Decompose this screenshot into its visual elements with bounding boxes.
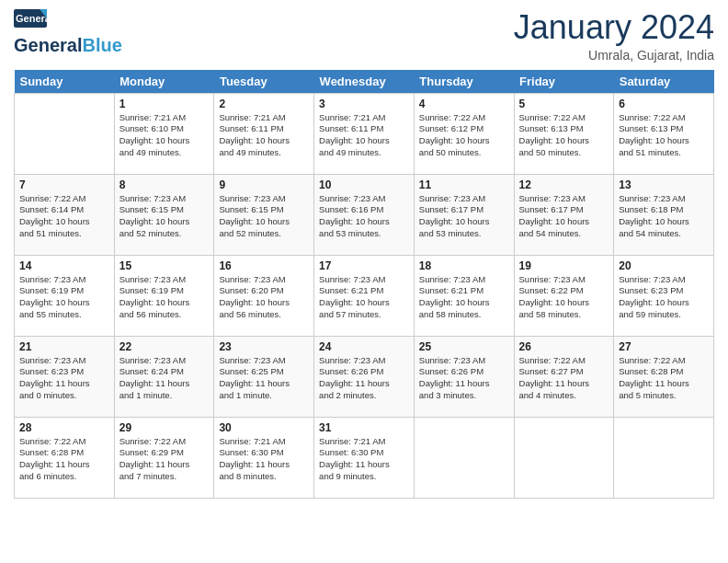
day-number: 24 (319, 340, 409, 353)
calendar-cell: 6Sunrise: 7:22 AM Sunset: 6:13 PM Daylig… (614, 93, 714, 174)
header: General General Blue January 2024 Umrala… (14, 9, 714, 63)
day-info: Sunrise: 7:23 AM Sunset: 6:17 PM Dayligh… (419, 193, 509, 240)
calendar-cell: 16Sunrise: 7:23 AM Sunset: 6:20 PM Dayli… (214, 255, 314, 336)
calendar-cell: 17Sunrise: 7:23 AM Sunset: 6:21 PM Dayli… (314, 255, 415, 336)
day-info: Sunrise: 7:23 AM Sunset: 6:19 PM Dayligh… (119, 274, 210, 321)
col-header-monday: Monday (114, 70, 214, 94)
day-number: 10 (319, 178, 409, 191)
calendar-cell: 13Sunrise: 7:23 AM Sunset: 6:18 PM Dayli… (614, 174, 714, 255)
calendar-cell: 20Sunrise: 7:23 AM Sunset: 6:23 PM Dayli… (614, 255, 714, 336)
col-header-wednesday: Wednesday (314, 70, 415, 94)
day-info: Sunrise: 7:21 AM Sunset: 6:10 PM Dayligh… (119, 112, 210, 159)
title-block: January 2024 Umrala, Gujarat, India (514, 9, 714, 63)
day-number: 27 (619, 340, 709, 353)
calendar-cell: 23Sunrise: 7:23 AM Sunset: 6:25 PM Dayli… (214, 336, 314, 417)
calendar-cell: 2Sunrise: 7:21 AM Sunset: 6:11 PM Daylig… (214, 93, 314, 174)
col-header-saturday: Saturday (614, 70, 714, 94)
day-info: Sunrise: 7:22 AM Sunset: 6:27 PM Dayligh… (519, 355, 609, 402)
day-number: 1 (119, 98, 210, 110)
day-number: 17 (319, 259, 409, 272)
day-info: Sunrise: 7:22 AM Sunset: 6:28 PM Dayligh… (619, 355, 709, 402)
calendar-cell (614, 417, 714, 498)
week-row-1: 1Sunrise: 7:21 AM Sunset: 6:10 PM Daylig… (15, 93, 714, 174)
day-number: 21 (19, 340, 109, 353)
calendar-cell: 15Sunrise: 7:23 AM Sunset: 6:19 PM Dayli… (114, 255, 214, 336)
day-info: Sunrise: 7:23 AM Sunset: 6:15 PM Dayligh… (119, 193, 210, 240)
calendar-cell: 22Sunrise: 7:23 AM Sunset: 6:24 PM Dayli… (114, 336, 214, 417)
week-row-3: 14Sunrise: 7:23 AM Sunset: 6:19 PM Dayli… (15, 255, 714, 336)
calendar-cell: 28Sunrise: 7:22 AM Sunset: 6:28 PM Dayli… (15, 417, 115, 498)
day-info: Sunrise: 7:23 AM Sunset: 6:24 PM Dayligh… (119, 355, 210, 402)
svg-text:General: General (16, 13, 47, 24)
header-row: SundayMondayTuesdayWednesdayThursdayFrid… (15, 70, 714, 94)
day-number: 30 (219, 421, 309, 434)
day-info: Sunrise: 7:22 AM Sunset: 6:28 PM Dayligh… (19, 436, 109, 483)
day-number: 19 (519, 259, 609, 272)
day-number: 9 (219, 178, 309, 191)
day-number: 11 (419, 178, 509, 191)
calendar-cell: 1Sunrise: 7:21 AM Sunset: 6:10 PM Daylig… (114, 93, 214, 174)
logo: General General Blue (14, 9, 122, 56)
day-info: Sunrise: 7:23 AM Sunset: 6:21 PM Dayligh… (419, 274, 509, 321)
col-header-thursday: Thursday (414, 70, 514, 94)
calendar-cell (15, 93, 115, 174)
calendar-cell: 12Sunrise: 7:23 AM Sunset: 6:17 PM Dayli… (514, 174, 614, 255)
day-info: Sunrise: 7:21 AM Sunset: 6:11 PM Dayligh… (219, 112, 309, 159)
logo-general-text: General (14, 35, 82, 56)
day-number: 20 (619, 259, 709, 272)
day-info: Sunrise: 7:23 AM Sunset: 6:15 PM Dayligh… (219, 193, 309, 240)
location: Umrala, Gujarat, India (514, 48, 714, 63)
calendar-cell: 21Sunrise: 7:23 AM Sunset: 6:23 PM Dayli… (15, 336, 115, 417)
day-info: Sunrise: 7:23 AM Sunset: 6:22 PM Dayligh… (519, 274, 609, 321)
day-info: Sunrise: 7:21 AM Sunset: 6:11 PM Dayligh… (319, 112, 409, 159)
calendar-cell: 24Sunrise: 7:23 AM Sunset: 6:26 PM Dayli… (314, 336, 415, 417)
day-info: Sunrise: 7:21 AM Sunset: 6:30 PM Dayligh… (219, 436, 309, 483)
month-title: January 2024 (514, 9, 714, 46)
week-row-4: 21Sunrise: 7:23 AM Sunset: 6:23 PM Dayli… (15, 336, 714, 417)
calendar-cell: 5Sunrise: 7:22 AM Sunset: 6:13 PM Daylig… (514, 93, 614, 174)
calendar-cell: 3Sunrise: 7:21 AM Sunset: 6:11 PM Daylig… (314, 93, 415, 174)
day-number: 2 (219, 98, 309, 110)
day-info: Sunrise: 7:22 AM Sunset: 6:13 PM Dayligh… (519, 112, 609, 159)
day-number: 26 (519, 340, 609, 353)
day-info: Sunrise: 7:22 AM Sunset: 6:12 PM Dayligh… (419, 112, 509, 159)
col-header-sunday: Sunday (15, 70, 115, 94)
calendar-cell: 7Sunrise: 7:22 AM Sunset: 6:14 PM Daylig… (15, 174, 115, 255)
calendar-table: SundayMondayTuesdayWednesdayThursdayFrid… (14, 70, 714, 499)
day-number: 23 (219, 340, 309, 353)
calendar-cell: 8Sunrise: 7:23 AM Sunset: 6:15 PM Daylig… (114, 174, 214, 255)
col-header-tuesday: Tuesday (214, 70, 314, 94)
day-number: 18 (419, 259, 509, 272)
calendar-cell: 31Sunrise: 7:21 AM Sunset: 6:30 PM Dayli… (314, 417, 415, 498)
day-info: Sunrise: 7:21 AM Sunset: 6:30 PM Dayligh… (319, 436, 409, 483)
calendar-cell: 25Sunrise: 7:23 AM Sunset: 6:26 PM Dayli… (414, 336, 514, 417)
day-number: 31 (319, 421, 409, 434)
day-info: Sunrise: 7:23 AM Sunset: 6:26 PM Dayligh… (419, 355, 509, 402)
calendar-cell: 30Sunrise: 7:21 AM Sunset: 6:30 PM Dayli… (214, 417, 314, 498)
week-row-2: 7Sunrise: 7:22 AM Sunset: 6:14 PM Daylig… (15, 174, 714, 255)
logo-blue-text: Blue (82, 35, 121, 56)
calendar-cell: 4Sunrise: 7:22 AM Sunset: 6:12 PM Daylig… (414, 93, 514, 174)
day-number: 12 (519, 178, 609, 191)
day-number: 22 (119, 340, 210, 353)
day-info: Sunrise: 7:22 AM Sunset: 6:29 PM Dayligh… (119, 436, 210, 483)
day-info: Sunrise: 7:23 AM Sunset: 6:25 PM Dayligh… (219, 355, 309, 402)
day-number: 5 (519, 98, 609, 110)
day-info: Sunrise: 7:23 AM Sunset: 6:16 PM Dayligh… (319, 193, 409, 240)
day-number: 13 (619, 178, 709, 191)
col-header-friday: Friday (514, 70, 614, 94)
day-number: 29 (119, 421, 210, 434)
calendar-cell: 26Sunrise: 7:22 AM Sunset: 6:27 PM Dayli… (514, 336, 614, 417)
calendar-cell: 19Sunrise: 7:23 AM Sunset: 6:22 PM Dayli… (514, 255, 614, 336)
day-info: Sunrise: 7:23 AM Sunset: 6:23 PM Dayligh… (19, 355, 109, 402)
day-number: 25 (419, 340, 509, 353)
calendar-cell: 10Sunrise: 7:23 AM Sunset: 6:16 PM Dayli… (314, 174, 415, 255)
day-info: Sunrise: 7:23 AM Sunset: 6:17 PM Dayligh… (519, 193, 609, 240)
day-info: Sunrise: 7:23 AM Sunset: 6:19 PM Dayligh… (19, 274, 109, 321)
calendar-cell: 9Sunrise: 7:23 AM Sunset: 6:15 PM Daylig… (214, 174, 314, 255)
calendar-cell: 11Sunrise: 7:23 AM Sunset: 6:17 PM Dayli… (414, 174, 514, 255)
day-number: 15 (119, 259, 210, 272)
day-info: Sunrise: 7:23 AM Sunset: 6:23 PM Dayligh… (619, 274, 709, 321)
page: General General Blue January 2024 Umrala… (0, 0, 728, 563)
calendar-cell: 27Sunrise: 7:22 AM Sunset: 6:28 PM Dayli… (614, 336, 714, 417)
